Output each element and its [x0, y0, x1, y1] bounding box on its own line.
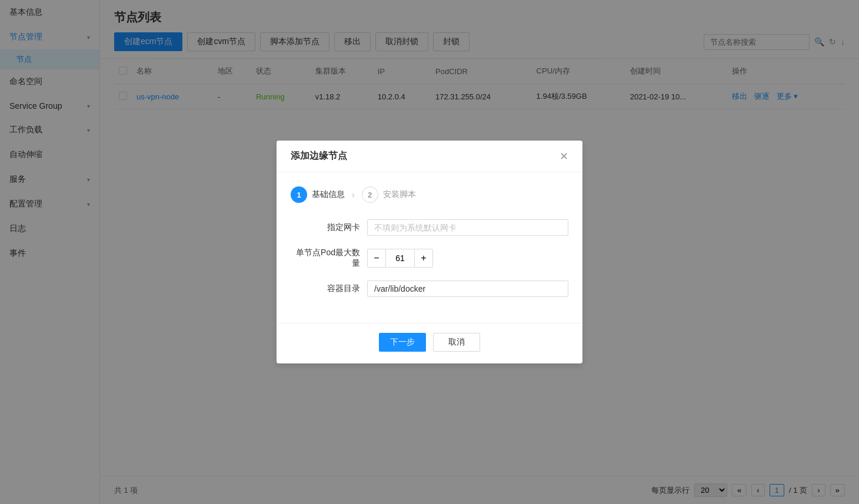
form-row-container-dir: 容器目录 — [291, 281, 568, 297]
pod-max-control: − + — [367, 249, 568, 268]
modal-overlay: 添加边缘节点 ✕ 1 基础信息 › 2 安装脚本 指定网卡 — [0, 0, 859, 504]
pod-max-value-input[interactable] — [386, 249, 414, 268]
steps: 1 基础信息 › 2 安装脚本 — [291, 186, 568, 203]
step-1: 1 基础信息 — [291, 186, 345, 203]
container-dir-control — [367, 281, 568, 297]
nic-label: 指定网卡 — [291, 222, 367, 233]
next-step-button[interactable]: 下一步 — [379, 333, 426, 352]
container-dir-input[interactable] — [367, 281, 568, 297]
container-dir-label: 容器目录 — [291, 283, 367, 294]
form-row-pod-max: 单节点Pod最大数量 − + — [291, 248, 568, 269]
modal-footer: 下一步 取消 — [277, 333, 582, 363]
modal-body: 1 基础信息 › 2 安装脚本 指定网卡 单节点Pod最大数量 — [277, 172, 582, 323]
form-row-nic: 指定网卡 — [291, 219, 568, 236]
pod-max-increment-button[interactable]: + — [414, 249, 433, 268]
nic-input[interactable] — [367, 219, 568, 236]
step-2-circle: 2 — [362, 186, 378, 203]
pod-max-decrement-button[interactable]: − — [367, 249, 386, 268]
pod-max-label: 单节点Pod最大数量 — [291, 248, 367, 269]
pod-max-number-input: − + — [367, 249, 568, 268]
step-2-label: 安装脚本 — [383, 189, 416, 200]
modal-header: 添加边缘节点 ✕ — [277, 141, 582, 172]
step-2: 2 安装脚本 — [362, 186, 416, 203]
step-1-label: 基础信息 — [312, 189, 345, 200]
step-1-circle: 1 — [291, 186, 307, 203]
close-icon[interactable]: ✕ — [560, 151, 568, 162]
modal-title: 添加边缘节点 — [291, 150, 347, 162]
step-arrow-icon: › — [352, 190, 355, 199]
modal-divider — [277, 323, 582, 323]
add-edge-node-modal: 添加边缘节点 ✕ 1 基础信息 › 2 安装脚本 指定网卡 — [277, 141, 582, 363]
cancel-button[interactable]: 取消 — [433, 333, 480, 352]
nic-control — [367, 219, 568, 236]
